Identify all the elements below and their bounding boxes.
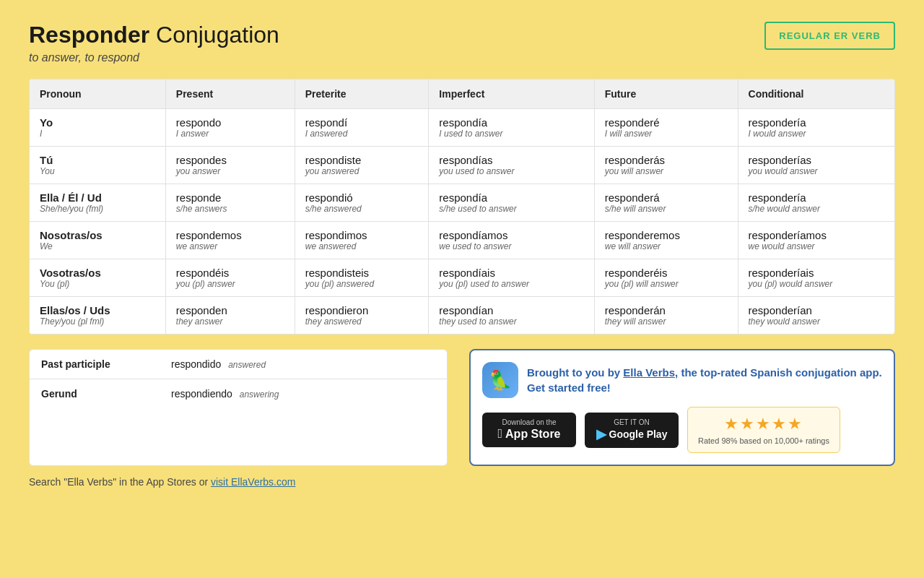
cell-imperfect: respondías you used to answer: [429, 147, 594, 184]
cell-future: responderéis you (pl) will answer: [594, 259, 738, 297]
past-participle-row: Past participle respondido answered: [30, 350, 447, 379]
table-row: Ella / Él / Ud She/he/you (fml) responde…: [30, 184, 895, 222]
cell-preterite: respondisteis you (pl) answered: [295, 259, 429, 297]
ella-verbs-link[interactable]: Ella Verbs: [623, 366, 675, 379]
col-future: Future: [594, 79, 738, 109]
col-conditional: Conditional: [738, 79, 894, 109]
cell-preterite: respondieron they answered: [295, 297, 429, 335]
cell-conditional: respondería s/he would answer: [738, 184, 894, 222]
cell-pronoun: Ella / Él / Ud She/he/you (fml): [30, 184, 166, 222]
cell-imperfect: respondía s/he used to answer: [429, 184, 594, 222]
promo-buttons: Download on the App Store GET IT ON ▶ G…: [482, 407, 882, 453]
cell-present: respondo I answer: [165, 109, 295, 147]
promo-text: Brought to you by Ella Verbs, the top-ra…: [527, 365, 882, 395]
cell-future: responderán they will answer: [594, 297, 738, 335]
cell-pronoun: Yo I: [30, 109, 166, 147]
verb-name: Responder: [29, 22, 149, 48]
cell-conditional: respondería I would answer: [738, 109, 894, 147]
cell-future: responderás you will answer: [594, 147, 738, 184]
cell-present: respondéis you (pl) answer: [165, 259, 295, 297]
cell-imperfect: respondíais you (pl) used to answer: [429, 259, 594, 297]
cell-preterite: respondimos we answered: [295, 222, 429, 259]
col-preterite: Preterite: [295, 79, 429, 109]
table-row: Ellas/os / Uds They/you (pl fml) respond…: [30, 297, 895, 335]
col-present: Present: [165, 79, 295, 109]
search-line: Search "Ella Verbs" in the App Stores or…: [29, 476, 895, 488]
promo-box: 🦜 Brought to you by Ella Verbs, the top-…: [469, 349, 895, 466]
table-row: Tú You respondes you answer respondiste …: [30, 147, 895, 184]
star-rating: ★★★★★: [724, 415, 803, 434]
cell-pronoun: Nosotras/os We: [30, 222, 166, 259]
app-icon: 🦜: [482, 362, 518, 398]
cell-conditional: responderían they would answer: [738, 297, 894, 335]
cell-present: respondemos we answer: [165, 222, 295, 259]
cell-present: respondes you answer: [165, 147, 295, 184]
cell-imperfect: respondían they used to answer: [429, 297, 594, 335]
gerund-label: Gerund: [30, 379, 160, 409]
table-header-row: Pronoun Present Preterite Imperfect Futu…: [30, 79, 895, 109]
play-icon: ▶: [596, 426, 606, 442]
cell-conditional: responderías you would answer: [738, 147, 894, 184]
cell-present: responden they answer: [165, 297, 295, 335]
page-header: Responder Conjugation to answer, to resp…: [29, 22, 895, 64]
cell-present: responde s/he answers: [165, 184, 295, 222]
table-row: Nosotras/os We respondemos we answer res…: [30, 222, 895, 259]
cell-future: responderá s/he will answer: [594, 184, 738, 222]
bottom-section: Past participle respondido answered Geru…: [29, 349, 895, 466]
participle-section: Past participle respondido answered Geru…: [29, 349, 448, 466]
col-imperfect: Imperfect: [429, 79, 594, 109]
cell-pronoun: Ellas/os / Uds They/you (pl fml): [30, 297, 166, 335]
gerund-row: Gerund respondiendo answering: [30, 379, 447, 409]
page-title: Responder Conjugation: [29, 22, 279, 48]
cell-conditional: responderíamos we would answer: [738, 222, 894, 259]
cell-imperfect: respondía I used to answer: [429, 109, 594, 147]
cell-imperfect: respondíamos we used to answer: [429, 222, 594, 259]
apple-icon: : [497, 426, 502, 441]
table-row: Yo I respondo I answer respondí I answer…: [30, 109, 895, 147]
promo-header: 🦜 Brought to you by Ella Verbs, the top-…: [482, 362, 882, 398]
conjugation-table: Pronoun Present Preterite Imperfect Futu…: [29, 79, 895, 335]
cell-future: responderemos we will answer: [594, 222, 738, 259]
past-participle-value: respondido answered: [160, 350, 447, 379]
cell-preterite: respondiste you answered: [295, 147, 429, 184]
title-block: Responder Conjugation to answer, to resp…: [29, 22, 279, 64]
cell-conditional: responderíais you (pl) would answer: [738, 259, 894, 297]
rating-box: ★★★★★ Rated 98% based on 10,000+ ratings: [687, 407, 840, 453]
cell-future: responderé I will answer: [594, 109, 738, 147]
cell-pronoun: Tú You: [30, 147, 166, 184]
cell-preterite: respondí I answered: [295, 109, 429, 147]
past-participle-label: Past participle: [30, 350, 160, 379]
verb-type-badge: REGULAR ER VERB: [764, 22, 895, 50]
rating-text: Rated 98% based on 10,000+ ratings: [698, 436, 829, 445]
col-pronoun: Pronoun: [30, 79, 166, 109]
table-row: Vosotras/os You (pl) respondéis you (pl)…: [30, 259, 895, 297]
google-play-button[interactable]: GET IT ON ▶ Google Play: [585, 413, 679, 448]
ella-verbs-website-link[interactable]: visit EllaVerbs.com: [211, 476, 295, 488]
verb-translation: to answer, to respond: [29, 51, 279, 64]
cell-preterite: respondió s/he answered: [295, 184, 429, 222]
app-store-button[interactable]: Download on the App Store: [482, 413, 576, 447]
cell-pronoun: Vosotras/os You (pl): [30, 259, 166, 297]
gerund-value: respondiendo answering: [160, 379, 447, 409]
